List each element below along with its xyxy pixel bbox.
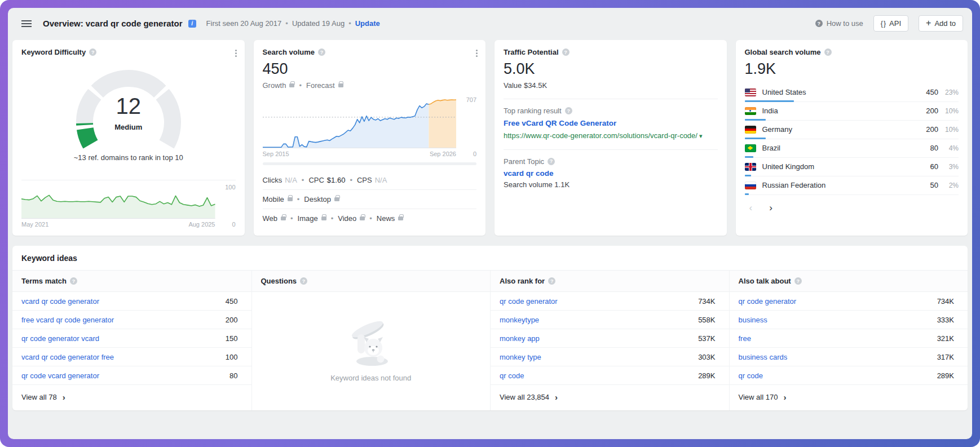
- kebab-menu-icon[interactable]: [235, 52, 237, 54]
- view-all-label: View all 170: [739, 393, 778, 401]
- also-talk-about-column: Also talk about ? qr code generator734Kb…: [729, 270, 968, 410]
- country-row[interactable]: United Kingdom 60 3%: [745, 158, 959, 176]
- help-icon[interactable]: ?: [794, 277, 802, 285]
- pager-prev-icon[interactable]: ‹: [749, 203, 753, 213]
- stat-value: $1.60: [327, 176, 346, 184]
- pager-next-icon[interactable]: ›: [769, 203, 772, 213]
- help-icon[interactable]: ?: [548, 158, 555, 165]
- api-button[interactable]: { } API: [873, 15, 908, 32]
- top-ranking-url[interactable]: https://www.qr-code-generator.com/soluti…: [504, 131, 718, 141]
- top-ranking-link[interactable]: Free vCard QR Code Generator: [504, 119, 718, 127]
- volume-trend-chart: [263, 99, 457, 148]
- help-icon[interactable]: ?: [562, 48, 570, 56]
- lock-icon: [321, 216, 326, 220]
- country-row[interactable]: Germany 200 10%: [745, 121, 959, 139]
- help-icon[interactable]: ?: [824, 48, 832, 56]
- parent-topic-label-row: Parent Topic ?: [504, 157, 718, 166]
- country-percent: 23%: [938, 88, 959, 96]
- lock-icon: [398, 216, 403, 220]
- keyword-link[interactable]: business cards: [739, 353, 788, 361]
- view-all-link[interactable]: View all 170 ›: [730, 385, 968, 410]
- parent-topic-volume: Search volume 1.1K: [504, 180, 718, 189]
- keyword-link[interactable]: qr code generator: [500, 297, 558, 306]
- keyword-link[interactable]: qr code generator vcard: [21, 334, 99, 343]
- help-icon[interactable]: ?: [318, 48, 325, 56]
- keyword-volume: 450: [226, 297, 238, 306]
- help-icon[interactable]: ?: [300, 277, 307, 285]
- keyword-ideas-section: Keyword ideas Terms match ? vcard qr cod…: [12, 246, 968, 410]
- volume-stats: ClicksN/A•CPC$1.60•CPSN/AMobile•DesktopW…: [263, 171, 477, 228]
- stat-label: Clicks: [263, 176, 282, 184]
- kd-value: 12: [63, 94, 194, 119]
- keyword-link[interactable]: qr code vcard generator: [21, 371, 99, 380]
- growth-forecast-row: Growth • Forecast: [263, 81, 477, 90]
- app-window: Overview: vcard qr code generator i Firs…: [8, 8, 972, 439]
- empty-state-caption: Keyword ideas not found: [330, 374, 411, 382]
- kebab-menu-icon[interactable]: [476, 52, 478, 54]
- help-icon[interactable]: ?: [70, 277, 77, 285]
- divider: [504, 99, 718, 99]
- plus-icon: +: [926, 19, 930, 28]
- country-flag-icon: [745, 88, 756, 96]
- page-title: Overview: vcard qr code generator: [43, 19, 183, 28]
- url-text: https://www.qr-code-generator.com/soluti…: [504, 131, 698, 140]
- country-row[interactable]: Russian Federation 50 2%: [745, 176, 959, 195]
- lock-icon: [338, 83, 343, 87]
- keyword-link[interactable]: qr code generator: [739, 297, 797, 306]
- first-seen-text: First seen 20 Aug 2017: [206, 19, 282, 28]
- country-row[interactable]: India 200 10%: [745, 102, 959, 121]
- forecast-label[interactable]: Forecast: [306, 81, 335, 90]
- help-icon[interactable]: ?: [565, 107, 572, 114]
- country-list: United States 450 23% India 200 10% Germ…: [745, 83, 959, 195]
- keyword-idea-row: qr code289K: [730, 366, 968, 385]
- country-flag-icon: [745, 182, 756, 189]
- keyword-link[interactable]: vcard qr code generator: [21, 297, 99, 306]
- x-axis-start-label: May 2021: [21, 221, 48, 228]
- lock-icon: [360, 216, 365, 220]
- country-row[interactable]: Brazil 80 4%: [745, 139, 959, 158]
- stat-label: Desktop: [304, 195, 331, 203]
- menu-icon[interactable]: [21, 23, 32, 24]
- keyword-link[interactable]: qr code: [739, 371, 763, 380]
- help-icon[interactable]: ?: [89, 48, 96, 56]
- keyword-link[interactable]: vcard qr code generator free: [21, 353, 114, 361]
- column-header-label: Questions: [261, 277, 297, 285]
- how-to-use-link[interactable]: ? How to use: [815, 19, 863, 28]
- keyword-volume: 321K: [937, 334, 954, 343]
- keyword-link[interactable]: monkeytype: [500, 316, 539, 324]
- view-all-link[interactable]: View all 78 ›: [12, 385, 251, 410]
- keyword-idea-row: qr code generator734K: [730, 292, 968, 311]
- traffic-potential-value: 5.0K: [504, 60, 718, 78]
- country-name: Brazil: [762, 144, 914, 152]
- keyword-link[interactable]: free: [739, 334, 751, 343]
- keyword-link[interactable]: qr code: [500, 371, 524, 380]
- keyword-volume: 537K: [698, 334, 715, 343]
- info-icon[interactable]: i: [188, 20, 196, 28]
- help-icon[interactable]: ?: [548, 277, 555, 285]
- parent-topic-link[interactable]: vcard qr code: [504, 169, 718, 178]
- country-name: United Kingdom: [762, 162, 914, 171]
- stat-row: Web•Image•Video•News: [263, 209, 477, 228]
- search-volume-card: Search volume ? 450 Growth • Forecast 70…: [254, 40, 486, 236]
- url-caret-icon[interactable]: ▾: [699, 132, 703, 139]
- update-link[interactable]: Update: [355, 19, 380, 28]
- stat-label: News: [377, 214, 395, 223]
- country-row[interactable]: United States 450 23%: [745, 83, 959, 102]
- growth-label[interactable]: Growth: [263, 81, 286, 90]
- view-all-link[interactable]: View all 23,854 ›: [491, 385, 729, 410]
- add-to-button[interactable]: + Add to: [919, 15, 963, 32]
- country-name: United States: [762, 88, 914, 96]
- chart-scroll-strip[interactable]: [263, 162, 477, 165]
- keyword-idea-row: free321K: [730, 329, 968, 348]
- keyword-link[interactable]: monkey type: [500, 353, 541, 361]
- country-share-bar: [745, 193, 749, 195]
- keyword-idea-row: qr code289K: [491, 366, 729, 385]
- keyword-idea-row: monkeytype558K: [491, 311, 729, 329]
- stat-label: Image: [298, 214, 318, 223]
- column-rows: vcard qr code generator450free vcard qr …: [12, 292, 251, 385]
- keyword-link[interactable]: free vcard qr code generator: [21, 316, 114, 324]
- keyword-volume: 289K: [698, 371, 715, 380]
- keyword-link[interactable]: monkey app: [500, 334, 540, 343]
- keyword-link[interactable]: business: [739, 316, 767, 324]
- country-percent: 10%: [938, 126, 959, 134]
